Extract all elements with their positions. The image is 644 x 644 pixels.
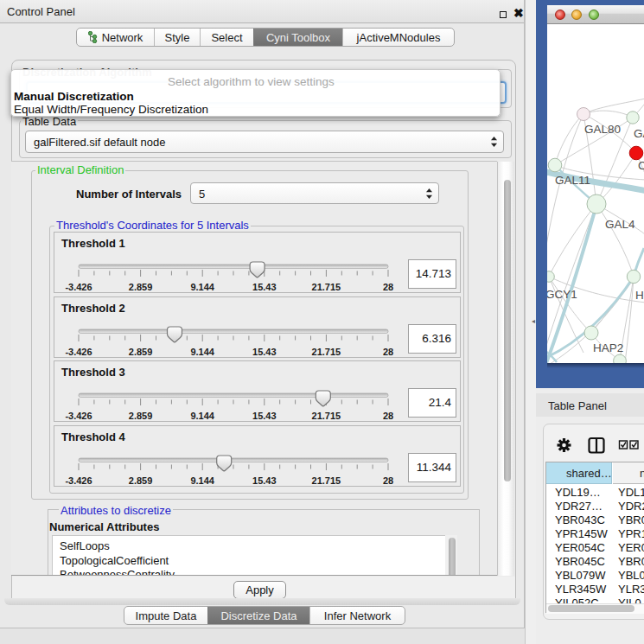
svg-text:GAL80: GAL80 (584, 123, 621, 136)
svg-text:2.859: 2.859 (129, 411, 153, 421)
svg-text:28: 28 (383, 411, 393, 421)
svg-text:9.144: 9.144 (190, 282, 214, 292)
svg-text:GCY1: GCY1 (547, 288, 577, 301)
svg-text:28: 28 (383, 282, 393, 292)
svg-text:2.859: 2.859 (129, 282, 153, 292)
svg-text:2.859: 2.859 (129, 475, 153, 485)
svg-text:GAL11: GAL11 (555, 174, 590, 187)
svg-text:2.859: 2.859 (129, 346, 153, 356)
svg-text:HAP2: HAP2 (593, 341, 623, 354)
svg-text:21.715: 21.715 (312, 475, 341, 485)
svg-text:21.715: 21.715 (312, 346, 341, 356)
svg-text:15.43: 15.43 (252, 282, 277, 292)
svg-text:-3.426: -3.426 (65, 475, 92, 485)
svg-text:9.144: 9.144 (190, 475, 214, 485)
svg-text:-3.426: -3.426 (65, 346, 92, 356)
svg-text:9.144: 9.144 (190, 411, 214, 421)
svg-text:H: H (635, 289, 644, 302)
svg-text:21.715: 21.715 (312, 411, 341, 421)
svg-text:15.43: 15.43 (252, 475, 277, 485)
svg-text:-3.426: -3.426 (65, 282, 92, 292)
svg-text:28: 28 (383, 475, 393, 485)
svg-text:15.43: 15.43 (252, 411, 277, 421)
svg-text:C: C (638, 159, 644, 172)
svg-text:15.43: 15.43 (252, 346, 277, 356)
svg-text:GAL4: GAL4 (605, 218, 635, 231)
svg-text:9.144: 9.144 (190, 346, 214, 356)
svg-text:28: 28 (383, 346, 393, 356)
svg-text:GA: GA (634, 127, 644, 140)
svg-text:21.715: 21.715 (312, 282, 341, 292)
svg-text:-3.426: -3.426 (65, 411, 92, 421)
